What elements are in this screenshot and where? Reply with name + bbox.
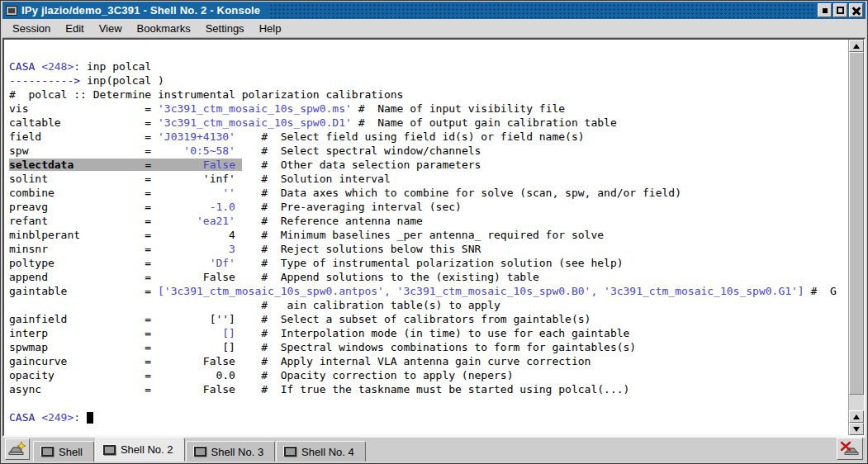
terminal-frame: CASA <248>: inp polcal----------> inp(po… xyxy=(2,38,866,437)
terminal-icon xyxy=(284,447,296,457)
terminal-line: field = 'J0319+4130' # Select field usin… xyxy=(9,130,848,144)
scroll-up-button[interactable] xyxy=(849,410,864,423)
terminal-line: solint = 'inf' # Solution interval xyxy=(9,172,848,186)
konsole-window: IPy jlazio/demo_3C391 - Shell No. 2 - Ko… xyxy=(0,0,868,464)
terminal-line: ----------> inp(polcal ) xyxy=(9,73,848,88)
terminal-line: gaincurve = False # Apply internal VLA a… xyxy=(9,354,848,368)
terminal-line: preavg = -1.0 # Pre-averaging interval (… xyxy=(9,200,848,214)
terminal-icon xyxy=(41,447,54,457)
terminal-line: gainfield = [''] # Select a subset of ca… xyxy=(9,312,848,326)
text-cursor xyxy=(87,412,93,424)
konsole-app-icon[interactable] xyxy=(6,6,17,16)
new-session-icon xyxy=(8,442,26,457)
titlebar[interactable]: IPy jlazio/demo_3C391 - Shell No. 2 - Ko… xyxy=(2,2,866,19)
menu-settings[interactable]: Settings xyxy=(198,20,252,37)
terminal-line: combine = '' # Data axes which to combin… xyxy=(9,186,848,200)
tab-label: Shell xyxy=(59,446,83,458)
menu-edit[interactable]: Edit xyxy=(58,20,91,37)
menu-view[interactable]: View xyxy=(92,20,130,37)
terminal-line: selectdata = False # Other data selectio… xyxy=(9,158,848,172)
menu-session[interactable]: Session xyxy=(5,20,58,37)
terminal-line: minblperant = 4 # Minimum baselines _per… xyxy=(9,228,848,242)
minimize-icon xyxy=(823,8,828,13)
maximize-icon xyxy=(837,7,844,14)
tab-label: Shell No. 3 xyxy=(211,446,264,458)
close-icon xyxy=(852,7,861,15)
terminal-line: interp = [] # Interpolation mode (in tim… xyxy=(9,326,848,340)
menu-help[interactable]: Help xyxy=(252,20,289,37)
terminal-output[interactable]: CASA <248>: inp polcal----------> inp(po… xyxy=(4,40,848,435)
tab-label: Shell No. 2 xyxy=(121,443,173,456)
arrow-up-icon xyxy=(853,44,860,49)
terminal-line: append = False # Append solutions to the… xyxy=(9,270,848,284)
terminal-line: opacity = 0.0 # Opacity correction to ap… xyxy=(9,368,848,382)
tab-shell-no-3[interactable]: Shell No. 3 xyxy=(186,441,276,462)
terminal-line: spwmap = [] # Spectral windows combinati… xyxy=(9,340,848,354)
tab-shell-no-2[interactable]: Shell No. 2 xyxy=(95,438,185,462)
terminal-line: spw = '0:5~58' # Select spectral window/… xyxy=(9,144,848,158)
terminal-line: # polcal :: Determine instrumental polar… xyxy=(9,88,848,102)
scroll-thumb[interactable] xyxy=(849,52,864,395)
scroll-track[interactable] xyxy=(849,52,864,410)
menubar: Session Edit View Bookmarks Settings Hel… xyxy=(2,19,866,38)
terminal-line: refant = 'ea21' # Reference antenna name xyxy=(9,214,848,228)
terminal-line: vis = '3c391_ctm_mosaic_10s_spw0.ms' # N… xyxy=(9,102,848,116)
scroll-down-button[interactable] xyxy=(849,423,864,435)
close-session-button[interactable] xyxy=(837,438,863,460)
terminal-line xyxy=(9,396,848,410)
terminal-line: CASA <249>: xyxy=(9,410,848,424)
arrow-up-icon xyxy=(853,414,860,419)
terminal-line: poltype = 'Df' # Type of instrumental po… xyxy=(9,256,848,270)
session-tabbar: Shell Shell No. 2 Shell No. 3 Shell No. … xyxy=(2,437,866,462)
maximize-button[interactable] xyxy=(833,3,847,17)
scrollbar xyxy=(848,40,864,435)
terminal-icon xyxy=(194,447,206,457)
terminal-line: async = False # If true the taskname mus… xyxy=(9,382,848,396)
tab-shell-no-4[interactable]: Shell No. 4 xyxy=(276,441,366,462)
terminal-line: minsnr = 3 # Reject solutions below this… xyxy=(9,242,848,256)
close-button[interactable] xyxy=(849,3,863,17)
terminal-line: gaintable = ['3c391_ctm_mosaic_10s_spw0.… xyxy=(9,284,848,298)
terminal-line: # ain calibration table(s) to apply xyxy=(9,298,848,312)
window-title: IPy jlazio/demo_3C391 - Shell No. 2 - Ko… xyxy=(21,4,268,17)
terminal-line: caltable = '3c391_ctm_mosaic_10s_spw0.D1… xyxy=(9,116,848,130)
minimize-button[interactable] xyxy=(818,3,832,17)
close-session-icon xyxy=(840,441,860,457)
tab-label: Shell No. 4 xyxy=(301,446,354,458)
arrow-down-icon xyxy=(853,427,860,432)
new-session-button[interactable] xyxy=(5,438,30,460)
menu-bookmarks[interactable]: Bookmarks xyxy=(130,20,198,37)
titlebar-texture xyxy=(268,2,816,18)
terminal-line: CASA <248>: inp polcal xyxy=(9,59,848,73)
scroll-up-button-top[interactable] xyxy=(849,40,864,52)
tab-shell[interactable]: Shell xyxy=(33,441,94,462)
terminal-icon xyxy=(103,445,116,455)
